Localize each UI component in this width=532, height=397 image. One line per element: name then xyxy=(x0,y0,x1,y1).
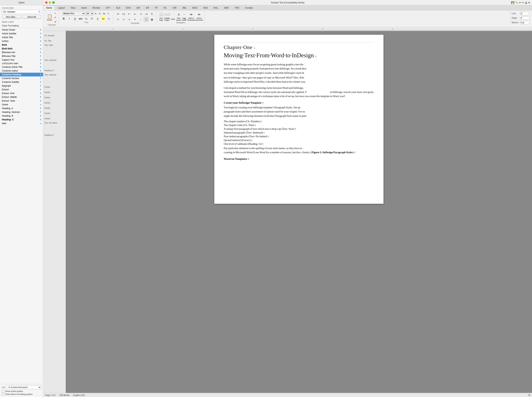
style-item-heading-abstract[interactable]: Heading- Abstract ¶ xyxy=(0,110,43,114)
tab-smx[interactable]: SMX xyxy=(221,6,232,10)
align-right-button[interactable]: ≡ xyxy=(127,17,132,22)
style-item-epigraph[interactable]: Epigraph ¶ xyxy=(0,84,43,88)
tab-dif[interactable]: DIF xyxy=(134,6,143,10)
multilevel-button[interactable]: ≡⁻ xyxy=(127,12,132,16)
decrease-indent-button[interactable]: ⇤ xyxy=(132,12,138,16)
font-family-select[interactable]: Minion Pro xyxy=(62,12,85,16)
close-button[interactable] xyxy=(45,1,48,4)
paste-button[interactable]: 📋 Paste xyxy=(46,13,53,22)
draft-button[interactable]: 📄 xyxy=(170,12,176,18)
style-item-contents-article-title[interactable]: Contents Article Title ¶ xyxy=(0,65,43,69)
style-item-heading-c[interactable]: Heading- C ¶ xyxy=(0,118,43,122)
change-case-button[interactable]: Aa xyxy=(102,12,106,15)
increase-indent-button[interactable]: ⇥ xyxy=(138,12,143,16)
tab-review[interactable]: Review xyxy=(90,6,103,10)
page-container[interactable]: Chapter·One ¶ Moving·Text·From·Word·to·I… xyxy=(66,31,532,393)
tab-isr[interactable]: ISR xyxy=(170,6,179,10)
borders-button[interactable]: ▦ xyxy=(149,17,154,22)
print-icon[interactable]: 🖨 xyxy=(525,1,527,4)
tab-insert[interactable]: Insert xyxy=(78,6,90,10)
redo-icon[interactable]: ↪ xyxy=(522,1,524,4)
sort-button[interactable]: ↕A xyxy=(144,12,149,16)
tab-ff[interactable]: FF xyxy=(152,6,161,10)
justify-button[interactable]: ≡ xyxy=(132,17,138,22)
start-of-document-button[interactable]: ⏮ xyxy=(189,12,194,17)
tab-jml[interactable]: JML xyxy=(179,6,189,10)
style-item-extract[interactable]: Extract ¶ xyxy=(0,88,43,92)
style-item-greek[interactable]: Greek a xyxy=(0,103,43,106)
tab-nas[interactable]: NAS xyxy=(200,6,211,10)
style-item-heading-a[interactable]: Heading- A ¶ xyxy=(0,106,43,110)
font-size-select[interactable]: 18 xyxy=(85,12,94,16)
grow-font-button[interactable]: A↑ xyxy=(94,12,98,15)
doc-icon[interactable]: 📄 xyxy=(507,1,510,4)
format-painter-button[interactable]: 🖌 xyxy=(53,20,57,24)
line-spacing-button[interactable]: ↕ xyxy=(138,17,143,22)
select-all-button[interactable]: Select All xyxy=(22,15,41,19)
multiple-pages-button[interactable]: ⬜⬜ xyxy=(165,12,170,17)
bold-button[interactable]: B xyxy=(61,16,66,21)
tab-das[interactable]: DAS xyxy=(123,6,134,10)
strikethrough-button[interactable]: abc xyxy=(78,16,83,21)
tab-fil[interactable]: FIL xyxy=(161,6,170,10)
style-item-contents-heading[interactable]: Contents Heading ¶ xyxy=(0,73,43,76)
italic-button[interactable]: I xyxy=(67,16,72,21)
tab-mgs[interactable]: MGS xyxy=(190,6,200,10)
style-item-heading-b[interactable]: Heading- B ¶ xyxy=(0,114,43,118)
undo-icon[interactable]: ↩ xyxy=(519,1,521,4)
style-item-contents-author[interactable]: Contents Author ¶ xyxy=(0,69,43,73)
style-item-contents-section[interactable]: Contents Section ¶ xyxy=(0,76,43,80)
tab-ral[interactable]: RAL xyxy=(211,6,221,10)
minimize-button[interactable] xyxy=(49,1,51,4)
new-style-button[interactable]: New Style... xyxy=(2,15,21,19)
tab-view[interactable]: View xyxy=(68,6,78,10)
list-select[interactable]: In Current Document xyxy=(7,385,41,389)
style-item-article-title[interactable]: Article Title ¶ xyxy=(0,36,43,39)
highlight-button[interactable]: ab xyxy=(101,16,106,21)
end-of-document-button[interactable]: ⏭ xyxy=(197,12,202,17)
show-direct-formatting-checkbox[interactable] xyxy=(2,393,4,395)
save-icon[interactable]: 💾 xyxy=(511,1,514,4)
tab-trs[interactable]: TRS xyxy=(232,6,242,10)
style-item-extract-end[interactable]: Extract- End ¶ xyxy=(0,92,43,95)
show-styles-guides-checkbox[interactable] xyxy=(2,390,4,392)
style-item-caption-text[interactable]: Caption Text ¶ xyxy=(0,58,43,62)
clear-format-button[interactable]: ✕ xyxy=(106,12,110,15)
tab-layout[interactable]: Layout xyxy=(55,6,68,10)
align-left-button[interactable]: ≡ xyxy=(115,17,121,22)
show-formatting-button[interactable]: ¶ xyxy=(149,12,154,16)
edit-icon[interactable]: ✏️ xyxy=(515,1,518,4)
font-color-button[interactable]: A̲ xyxy=(95,16,100,21)
cut-button[interactable]: ✂ xyxy=(53,12,57,15)
copy-button[interactable]: ⎘ xyxy=(53,16,57,19)
tab-acrobat[interactable]: Acrobat xyxy=(242,6,255,10)
text-color-button[interactable]: A xyxy=(106,16,112,21)
print-layout-button[interactable]: 🖨 xyxy=(176,12,181,17)
style-item-extract-middle[interactable]: Extract- Middle ¶ xyxy=(0,95,43,99)
superscript-button[interactable]: X² xyxy=(89,16,95,21)
numbering-button[interactable]: ≡1 xyxy=(121,12,126,16)
tab-home[interactable]: Home xyxy=(43,6,55,10)
bullets-button[interactable]: ≡• xyxy=(115,12,121,16)
style-item-article-closer[interactable]: Article Closer ¶ xyxy=(0,28,43,32)
left-indent-input[interactable] xyxy=(520,12,529,15)
one-page-button[interactable]: ⬜ xyxy=(158,12,164,17)
style-item-author[interactable]: Author ¶ xyxy=(0,39,43,43)
style-item-breview-info[interactable]: BReview Info ¶ xyxy=(0,50,43,54)
tab-als[interactable]: ALS xyxy=(113,6,123,10)
before-spacing-input[interactable] xyxy=(520,21,529,24)
style-item-contents-subtitle[interactable]: Contents Subtitle ¶ xyxy=(0,80,43,84)
clear-formatting-item[interactable]: Clear Formatting xyxy=(0,24,43,28)
subscript-button[interactable]: X₂ xyxy=(84,16,89,21)
tab-aft[interactable]: AFT xyxy=(103,6,113,10)
style-item-article-subtitle[interactable]: Article Subtitle ¶ xyxy=(0,32,43,36)
style-item-italic[interactable]: Italic a xyxy=(0,122,43,125)
layout-icon[interactable]: ⊞ xyxy=(528,394,530,396)
page-width-button[interactable]: ↔ xyxy=(182,12,187,17)
tab-er[interactable]: ER xyxy=(143,6,152,10)
align-center-button[interactable]: ≡ xyxy=(121,17,126,22)
maximize-button[interactable] xyxy=(52,1,55,4)
shading-button[interactable]: ░ xyxy=(144,17,149,22)
style-item-bold[interactable]: Bold a xyxy=(0,43,43,47)
style-item-breview-title[interactable]: BReview Title ¶ xyxy=(0,54,43,58)
